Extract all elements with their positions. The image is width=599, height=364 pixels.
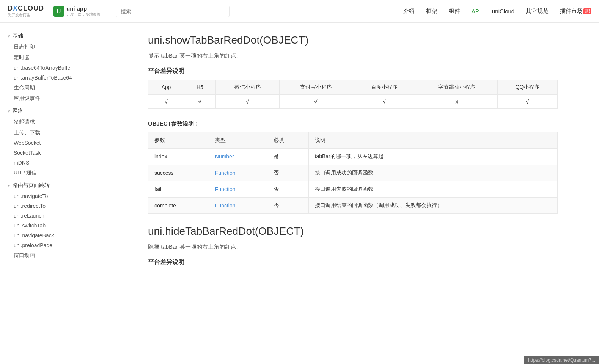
status-bar: https://blog.csdn.net/Quantum7...: [524, 356, 599, 364]
platform-table: App H5 微信小程序 支付宝小程序 百度小程序 字节跳动小程序 QQ小程序 …: [148, 80, 558, 109]
header: DXCLOUD 为开发者而生 U uni-app 开发一次，多端覆盖 介绍 框架…: [0, 0, 599, 23]
sidebar-item-lifecycle[interactable]: 生命周期: [0, 83, 125, 93]
params-header-required: 必填: [267, 132, 309, 149]
sidebar-item-arraybuffer[interactable]: uni.arrayBufferToBase64: [0, 73, 125, 83]
platform-row-alipay: √: [280, 95, 352, 109]
nav-components[interactable]: 组件: [449, 8, 460, 15]
param-required: 否: [267, 198, 309, 214]
param-name: success: [148, 165, 209, 181]
nav-framework[interactable]: 框架: [426, 8, 437, 15]
page-heading-2: uni.hideTabBarRedDot(OBJECT): [148, 225, 558, 237]
param-required: 否: [267, 165, 309, 181]
uniapp-name: uni-app: [66, 5, 101, 12]
sidebar-item-appevent[interactable]: 应用级事件: [0, 93, 125, 104]
param-name: complete: [148, 198, 209, 214]
header-logo: DXCLOUD 为开发者而生 U uni-app 开发一次，多端覆盖: [8, 5, 101, 18]
search-input[interactable]: [116, 6, 230, 17]
param-type: Function: [209, 181, 267, 198]
arrow-icon-routing: ∨: [8, 184, 10, 188]
new-badge: 新!: [583, 8, 591, 14]
dcloud-logo-text: DXCLOUD: [8, 5, 44, 13]
platform-header-wechat: 微信小程序: [216, 80, 280, 95]
params-header-desc: 说明: [308, 132, 557, 149]
sidebar-item-redirect[interactable]: uni.redirectTo: [0, 201, 125, 211]
params-header-param: 参数: [148, 132, 209, 149]
platform-row-bytedance: x: [416, 95, 497, 109]
platform-header-baidu: 百度小程序: [352, 80, 416, 95]
param-type: Function: [209, 165, 267, 181]
platform-section-title-2: 平台差异说明: [148, 258, 558, 266]
param-desc: 接口调用成功的回调函数: [308, 165, 557, 181]
param-name: index: [148, 149, 209, 165]
sidebar-section-basics: ∨ 基础 日志打印 定时器 uni.base64ToArrayBuffer un…: [0, 30, 125, 104]
param-type: Number: [209, 149, 267, 165]
arrow-icon: ∨: [8, 34, 10, 38]
sidebar-section-network-label: 网络: [13, 108, 23, 115]
sidebar-section-basics-label: 基础: [13, 33, 23, 39]
page-description-2: 隐藏 tabBar 某一项的右上角的红点。: [148, 243, 558, 251]
uniapp-logo: U uni-app 开发一次，多端覆盖: [49, 5, 101, 17]
sidebar-item-sockettask[interactable]: SocketTask: [0, 148, 125, 158]
nav-api[interactable]: API: [472, 8, 481, 14]
sidebar-item-upload[interactable]: 上传、下载: [0, 127, 125, 138]
header-nav: 介绍 框架 组件 API uniCloud 其它规范 插件市场 新!: [403, 8, 591, 15]
sidebar-item-mdns[interactable]: mDNS: [0, 158, 125, 168]
header-search[interactable]: [116, 6, 230, 17]
sidebar-section-network: ∨ 网络 发起请求 上传、下载 WebSocket SocketTask mDN…: [0, 105, 125, 178]
param-type: Function: [209, 198, 267, 214]
sidebar-item-preload[interactable]: uni.preloadPage: [0, 240, 125, 250]
sidebar-section-network-title[interactable]: ∨ 网络: [0, 105, 125, 117]
sidebar-item-timer[interactable]: 定时器: [0, 52, 125, 63]
sidebar-item-websocket[interactable]: WebSocket: [0, 138, 125, 148]
param-required: 是: [267, 149, 309, 165]
sidebar-section-routing-title[interactable]: ∨ 路由与页面跳转: [0, 180, 125, 191]
page-heading-1: uni.showTabBarRedDot(OBJECT): [148, 34, 558, 46]
platform-section-title: 平台差异说明: [148, 67, 558, 75]
param-desc: tabBar的哪一项，从左边算起: [308, 149, 557, 165]
uniapp-subtitle: 开发一次，多端覆盖: [66, 12, 101, 17]
params-section-title: OBJECT参数说明：: [148, 120, 558, 127]
platform-header-alipay: 支付宝小程序: [280, 80, 352, 95]
platform-row-h5: √: [184, 95, 215, 109]
nav-plugin[interactable]: 插件市场: [560, 8, 583, 15]
platform-header-h5: H5: [184, 80, 215, 95]
param-desc: 接口调用结束的回调函数（调用成功、失败都会执行）: [308, 198, 557, 214]
platform-row-qq: √: [497, 95, 557, 109]
sidebar-item-navigateback[interactable]: uni.navigateBack: [0, 231, 125, 240]
nav-intro[interactable]: 介绍: [403, 8, 415, 15]
sidebar-item-switchtab[interactable]: uni.switchTab: [0, 221, 125, 231]
table-row: completeFunction否接口调用结束的回调函数（调用成功、失败都会执行…: [148, 198, 558, 214]
layout: ∨ 基础 日志打印 定时器 uni.base64ToArrayBuffer un…: [0, 23, 599, 364]
sidebar-item-navigate[interactable]: uni.navigateTo: [0, 191, 125, 201]
nav-other[interactable]: 其它规范: [526, 8, 549, 15]
params-table: 参数 类型 必填 说明 indexNumber是tabBar的哪一项，从左边算起…: [148, 132, 558, 214]
nav-unicloud[interactable]: uniCloud: [492, 8, 514, 14]
sidebar-item-log[interactable]: 日志打印: [0, 42, 125, 52]
platform-header-app: App: [148, 80, 184, 95]
param-required: 否: [267, 181, 309, 198]
uniapp-info: uni-app 开发一次，多端覆盖: [66, 5, 101, 17]
param-desc: 接口调用失败的回调函数: [308, 181, 557, 198]
sidebar-section-routing-label: 路由与页面跳转: [13, 182, 50, 189]
sidebar: ∨ 基础 日志打印 定时器 uni.base64ToArrayBuffer un…: [0, 23, 125, 364]
table-row: successFunction否接口调用成功的回调函数: [148, 165, 558, 181]
params-header-type: 类型: [209, 132, 267, 149]
param-name: fail: [148, 181, 209, 198]
platform-header-qq: QQ小程序: [497, 80, 557, 95]
table-row: failFunction否接口调用失败的回调函数: [148, 181, 558, 198]
uniapp-icon: U: [53, 6, 64, 17]
dcloud-tagline: 为开发者而生: [8, 13, 44, 18]
sidebar-item-request[interactable]: 发起请求: [0, 117, 125, 127]
page-description-1: 显示 tabBar 某一项的右上角的红点。: [148, 52, 558, 60]
table-row: indexNumber是tabBar的哪一项，从左边算起: [148, 149, 558, 165]
main-content: uni.showTabBarRedDot(OBJECT) 显示 tabBar 某…: [125, 23, 580, 364]
sidebar-item-relaunch[interactable]: uni.reLaunch: [0, 211, 125, 221]
sidebar-section-basics-title[interactable]: ∨ 基础: [0, 30, 125, 42]
nav-plugin-container: 插件市场 新!: [560, 8, 591, 15]
platform-row-app: √: [148, 95, 184, 109]
platform-header-bytedance: 字节跳动小程序: [416, 80, 497, 95]
sidebar-item-udp[interactable]: UDP 通信: [0, 168, 125, 178]
platform-row-wechat: √: [216, 95, 280, 109]
sidebar-item-animation[interactable]: 窗口动画: [0, 250, 125, 261]
sidebar-item-base64[interactable]: uni.base64ToArrayBuffer: [0, 63, 125, 73]
